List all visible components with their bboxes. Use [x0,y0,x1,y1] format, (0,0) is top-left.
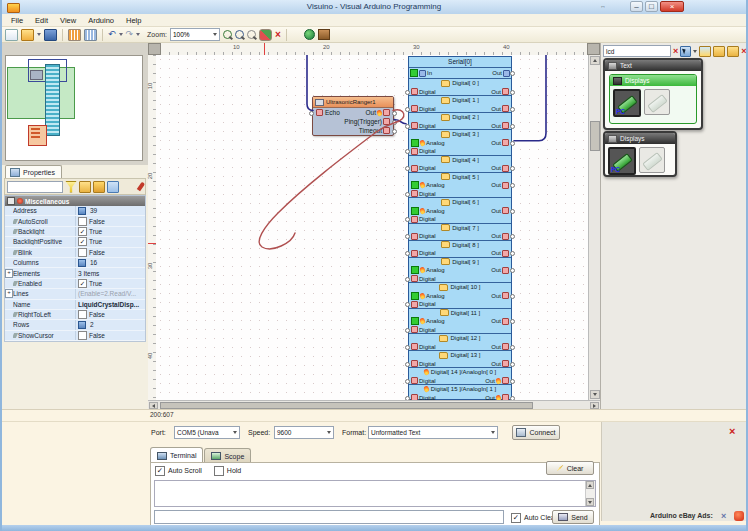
palette-category-displays[interactable]: Displays PC [603,131,677,177]
checkbox-unchecked-icon[interactable] [78,217,87,226]
property-category-header[interactable]: Miscellaneous [5,196,145,206]
property-value[interactable]: LiquidCrystalDisp... [75,300,145,309]
property-value[interactable]: ✓True [75,227,145,236]
property-row[interactable]: BacklightPositive ✓True [5,237,145,247]
scroll-up-button[interactable] [590,56,600,65]
properties-search-input[interactable] [7,181,63,193]
toggle-panel-left-icon[interactable] [68,29,81,41]
wire-out-to-lcd[interactable] [259,110,404,249]
expand-all-icon[interactable] [79,181,91,193]
property-row[interactable]: Enabled ✓True [5,279,145,289]
delete-icon[interactable]: × [275,30,281,40]
expand-categories-icon[interactable] [713,46,725,57]
zoom-reset-icon[interactable] [247,30,256,39]
clear-button[interactable]: Clear [546,461,594,475]
speed-combo[interactable]: 9600 [274,426,334,439]
pin-icon[interactable] [137,182,145,192]
property-row[interactable]: ShowCursor False [5,331,145,341]
menu-item[interactable]: View [55,15,81,26]
format-combo[interactable]: Unformatted Text [368,426,498,439]
property-value[interactable]: False [75,248,145,257]
web-icon[interactable] [304,29,315,40]
vertical-scroll-thumb[interactable] [590,121,600,151]
palette-search-input[interactable]: lcd [603,45,671,57]
property-value[interactable]: (Enable=2.Read/V... [75,289,145,298]
autoscroll-checkbox[interactable]: ✓Auto Scroll [155,466,202,476]
send-button[interactable]: Send [552,510,594,524]
filter-icon[interactable] [65,181,77,193]
zoom-out-icon[interactable] [235,30,244,39]
property-row[interactable]: AutoScroll False [5,216,145,226]
autoclear-checkbox[interactable]: ✓Auto Clear [511,513,557,523]
scroll-right-button[interactable] [590,402,599,409]
property-row[interactable]: + Lines (Enable=2.Read/V... [5,289,145,299]
maximize-button[interactable]: □ [645,1,658,12]
property-value[interactable]: ✓True [75,237,145,246]
property-value[interactable]: 2 [75,320,145,329]
lcd-component-tile[interactable]: PC [608,147,636,175]
select-pointer-icon[interactable] [680,46,691,57]
property-row[interactable]: Name LiquidCrystalDisp... [5,300,145,310]
property-row[interactable]: Blink False [5,248,145,258]
property-row[interactable]: Rows 2 [5,320,145,330]
subcategory-displays[interactable]: Displays PC [609,74,697,124]
hold-checkbox[interactable]: Hold [214,466,241,476]
property-value[interactable]: 16 [75,258,145,267]
connect-button[interactable]: Connect [512,425,560,440]
port-combo[interactable]: COM5 (Unava [174,426,240,439]
zoom-in-icon[interactable] [223,30,232,39]
refresh-icon[interactable] [259,29,272,41]
scroll-down-button[interactable] [586,498,594,506]
categorized-view-icon[interactable] [107,181,119,193]
property-value[interactable]: ✓True [75,279,145,288]
minimize-button[interactable]: – [630,1,643,12]
vertical-scrollbar[interactable] [588,55,600,400]
tab-terminal[interactable]: Terminal [150,447,203,463]
menu-item[interactable]: Edit [30,15,53,26]
property-value[interactable]: 3 Items [75,268,145,277]
menu-item[interactable]: File [6,15,28,26]
horizontal-scroll-thumb[interactable] [160,402,533,409]
property-value[interactable]: False [75,216,145,225]
new-project-icon[interactable] [5,29,18,41]
terminal-scrollbar[interactable] [585,481,595,506]
ads-logo-icon[interactable] [734,511,744,521]
checkbox-checked-icon[interactable]: ✓ [78,227,87,236]
design-canvas[interactable]: 10203040 10203040 Serial[0] In Out [148,43,600,409]
property-row[interactable]: Columns 16 [5,258,145,268]
pointer-dropdown-icon[interactable] [693,50,697,53]
checkbox-checked-icon[interactable]: ✓ [78,237,87,246]
property-value[interactable]: False [75,331,145,340]
expander-icon[interactable]: + [5,269,13,278]
delete-filter-icon[interactable]: × [741,47,746,56]
ads-settings-icon[interactable]: × [721,511,731,521]
tab-properties[interactable]: Properties [5,165,62,179]
scroll-left-button[interactable] [149,402,158,409]
category-displays-header[interactable]: Displays [605,133,675,144]
checkbox-unchecked-icon[interactable] [78,248,87,257]
property-value[interactable]: False [75,310,145,319]
clear-search-icon[interactable]: × [673,47,678,56]
wire-digital3-out[interactable] [514,55,546,141]
checkbox-checked-icon[interactable]: ✓ [78,279,87,288]
terminal-output[interactable] [154,480,596,507]
property-row[interactable]: Backlight ✓True [5,227,145,237]
design-overview-minimap[interactable] [5,55,143,161]
toggle-panel-right-icon[interactable] [84,29,97,41]
scroll-down-button[interactable] [590,390,600,399]
redo-icon[interactable]: ↷ [126,30,134,40]
subcategory-displays-header[interactable]: Displays [610,75,696,86]
palette-category-text[interactable]: Text Displays PC [603,58,703,130]
lcd-component-tile[interactable]: PC [613,89,641,117]
disconnect-icon[interactable]: × [729,426,735,437]
open-dropdown-icon[interactable] [37,33,41,36]
menu-item[interactable]: Arduino [83,15,119,26]
property-row[interactable]: RightToLeft False [5,310,145,320]
upload-board-icon[interactable] [318,29,330,40]
close-button[interactable]: × [660,1,684,12]
canvas-content[interactable]: Serial[0] In Out Digital[ 0 ] [156,55,588,400]
save-project-icon[interactable] [44,29,57,41]
menu-item[interactable]: Help [121,15,146,26]
redo-dropdown-icon[interactable] [136,33,140,36]
property-row[interactable]: + Elements 3 Items [5,268,145,278]
